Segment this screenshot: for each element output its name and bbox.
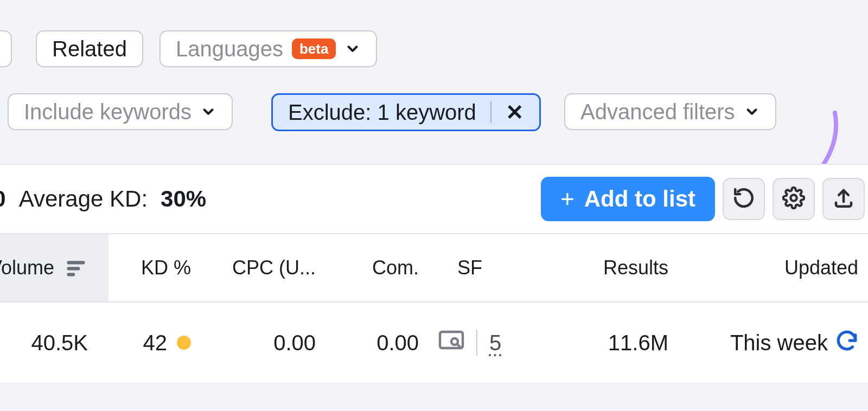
serp-preview-icon[interactable] bbox=[438, 330, 464, 356]
col-kd[interactable]: KD % bbox=[108, 234, 201, 301]
cell-results: 11.6M bbox=[521, 303, 678, 383]
beta-badge: beta bbox=[292, 38, 336, 59]
sf-count[interactable]: 5 bbox=[489, 331, 501, 355]
cell-sf[interactable]: 5 bbox=[429, 303, 521, 383]
col-updated[interactable]: Updated bbox=[678, 234, 868, 301]
result-count: 20 bbox=[0, 186, 6, 212]
sort-desc-icon bbox=[64, 256, 88, 280]
include-keywords-filter[interactable]: Include keywords bbox=[8, 93, 233, 130]
advanced-filters[interactable]: Advanced filters bbox=[564, 93, 776, 130]
add-to-list-button[interactable]: + Add to list bbox=[541, 177, 715, 221]
chevron-down-icon bbox=[344, 41, 361, 57]
settings-button[interactable] bbox=[773, 178, 815, 220]
exclude-keywords-filter[interactable]: Exclude: 1 keyword ✕ bbox=[271, 93, 541, 131]
languages-label: Languages bbox=[176, 38, 283, 60]
col-cpc[interactable]: CPC (U... bbox=[201, 234, 326, 301]
refresh-button[interactable] bbox=[723, 178, 765, 220]
gear-icon bbox=[782, 187, 805, 211]
refresh-icon bbox=[732, 187, 755, 211]
avg-kd-value: 30% bbox=[161, 186, 206, 212]
advanced-label: Advanced filters bbox=[580, 101, 735, 123]
plus-icon: + bbox=[560, 185, 575, 213]
col-com[interactable]: Com. bbox=[326, 234, 429, 301]
tab-related[interactable]: Related bbox=[36, 30, 143, 67]
close-icon[interactable]: ✕ bbox=[490, 101, 524, 123]
table-header: Volume KD % CPC (U... Com. SF Results Up… bbox=[0, 234, 868, 303]
refresh-row-button[interactable] bbox=[835, 329, 858, 357]
cell-volume: 40.5K bbox=[0, 303, 108, 383]
svg-line-7 bbox=[457, 344, 460, 347]
table-row: 40.5K 42 0.00 0.00 5 11.6M This week bbox=[0, 303, 868, 383]
cell-kd: 42 bbox=[108, 303, 201, 383]
languages-filter[interactable]: Languages beta bbox=[159, 30, 377, 67]
tab-label: Related bbox=[52, 38, 127, 60]
col-results[interactable]: Results bbox=[521, 234, 678, 301]
chevron-down-icon bbox=[744, 104, 760, 120]
svg-point-0 bbox=[790, 195, 796, 201]
include-label: Include keywords bbox=[24, 101, 192, 123]
svg-rect-4 bbox=[67, 273, 75, 276]
results-toolbar: 20 Average KD: 30% + Add to list bbox=[0, 164, 868, 234]
svg-rect-2 bbox=[67, 261, 85, 264]
cell-cpc: 0.00 bbox=[201, 303, 326, 383]
kd-difficulty-dot bbox=[177, 336, 191, 350]
avg-kd-label: Average KD: bbox=[19, 186, 148, 212]
exclude-label: Exclude: 1 keyword bbox=[288, 101, 476, 123]
cell-com: 0.00 bbox=[326, 303, 429, 383]
add-to-list-label: Add to list bbox=[584, 186, 695, 212]
chevron-down-icon bbox=[200, 104, 216, 120]
col-sf[interactable]: SF bbox=[429, 234, 521, 301]
upload-icon bbox=[832, 187, 855, 211]
tab-ch-partial[interactable]: ch bbox=[0, 30, 12, 67]
cell-updated: This week bbox=[678, 303, 868, 383]
col-volume[interactable]: Volume bbox=[0, 234, 108, 301]
divider bbox=[476, 330, 477, 356]
svg-rect-3 bbox=[67, 267, 80, 270]
export-button[interactable] bbox=[822, 178, 865, 220]
